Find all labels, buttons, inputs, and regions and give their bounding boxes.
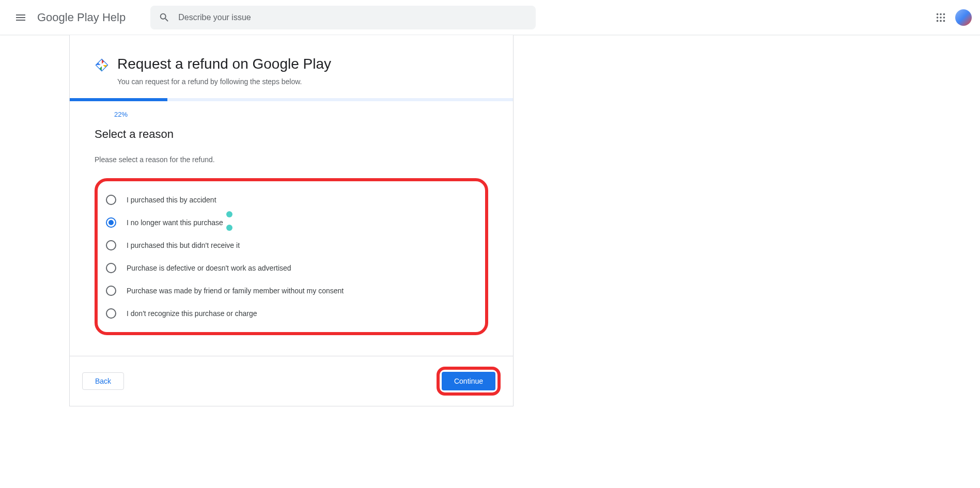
continue-highlight: Continue <box>437 367 501 396</box>
back-button[interactable]: Back <box>82 372 124 390</box>
search-icon <box>159 12 170 23</box>
form-body: Select a reason Please select a reason f… <box>70 128 513 356</box>
page-title: Google Play Help <box>37 11 126 24</box>
radio-icon <box>106 286 116 296</box>
radio-icon <box>106 308 116 319</box>
apps-button[interactable] <box>930 7 951 28</box>
radio-option-not-received[interactable]: I purchased this but didn't receive it <box>103 234 480 257</box>
radio-option-unrecognized[interactable]: I don't recognize this purchase or charg… <box>103 302 480 325</box>
svg-point-4 <box>940 17 942 19</box>
options-highlight: I purchased this by accident I no longer… <box>95 178 488 335</box>
card-subtitle: You can request for a refund by followin… <box>117 77 331 86</box>
refund-card: Request a refund on Google Play You can … <box>69 35 514 406</box>
progress-bar <box>70 98 513 101</box>
svg-point-5 <box>943 17 945 19</box>
radio-icon <box>106 195 116 205</box>
svg-point-0 <box>937 13 939 15</box>
search-input[interactable] <box>178 13 527 22</box>
svg-point-3 <box>937 17 939 19</box>
progress-label: 22% <box>70 101 172 128</box>
radio-label: I purchased this but didn't receive it <box>127 241 240 249</box>
radio-icon <box>106 263 116 273</box>
radio-label: I purchased this by accident <box>127 196 216 204</box>
svg-point-7 <box>940 20 942 22</box>
radio-option-no-longer-want[interactable]: I no longer want this purchase <box>103 211 480 234</box>
radio-option-unauthorized[interactable]: Purchase was made by friend or family me… <box>103 279 480 302</box>
radio-option-accident[interactable]: I purchased this by accident <box>103 188 480 211</box>
continue-button[interactable]: Continue <box>442 372 495 390</box>
radio-label: Purchase was made by friend or family me… <box>127 287 344 295</box>
svg-point-1 <box>940 13 942 15</box>
apps-grid-icon <box>935 12 946 23</box>
google-play-icon <box>95 58 109 72</box>
search-bar[interactable] <box>150 6 536 29</box>
header-right <box>930 7 972 28</box>
hamburger-icon <box>14 11 27 24</box>
section-sub: Please select a reason for the refund. <box>95 155 488 164</box>
svg-point-6 <box>937 20 939 22</box>
radio-icon <box>106 240 116 250</box>
header-bar: Google Play Help <box>0 0 980 35</box>
card-header: Request a refund on Google Play You can … <box>70 35 513 98</box>
progress-fill <box>70 98 167 101</box>
card-title: Request a refund on Google Play <box>117 56 331 72</box>
radio-icon <box>106 217 116 228</box>
radio-label: I don't recognize this purchase or charg… <box>127 309 257 318</box>
menu-button[interactable] <box>8 5 33 30</box>
radio-label: I no longer want this purchase <box>127 218 223 227</box>
svg-point-8 <box>943 20 945 22</box>
radio-option-defective[interactable]: Purchase is defective or doesn't work as… <box>103 257 480 279</box>
avatar[interactable] <box>955 9 972 26</box>
content-area: Request a refund on Google Play You can … <box>0 35 980 406</box>
card-footer: Back Continue <box>70 356 513 406</box>
svg-point-2 <box>943 13 945 15</box>
section-heading: Select a reason <box>95 128 488 141</box>
radio-label: Purchase is defective or doesn't work as… <box>127 264 291 272</box>
